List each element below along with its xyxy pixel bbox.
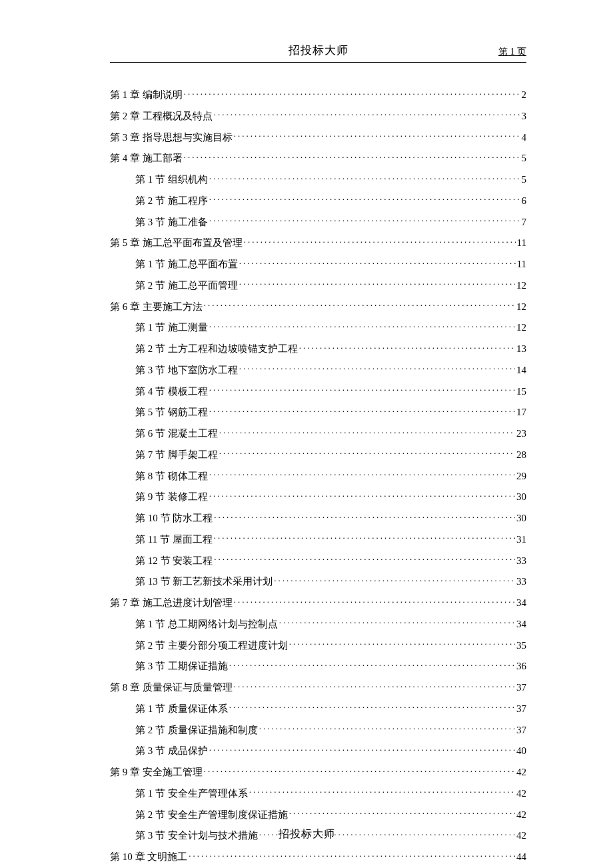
toc-entry-label: 第 6 节 混凝土工程: [135, 425, 218, 442]
toc-entry-label: 第 1 节 安全生产管理体系: [135, 785, 248, 802]
toc-entry-label: 第 8 章 质量保证与质量管理: [110, 679, 233, 696]
toc-leader-dots: [279, 617, 515, 627]
toc-leader-dots: [209, 321, 515, 331]
toc-leader-dots: [209, 469, 515, 479]
toc-entry-page: 37: [516, 701, 526, 717]
toc-entry: 第 4 节 模板工程15: [110, 383, 526, 400]
toc-entry-label: 第 3 章 指导思想与实施目标: [110, 129, 233, 146]
toc-leader-dots: [184, 88, 520, 98]
toc-leader-dots: [299, 342, 515, 352]
toc-entry: 第 11 节 屋面工程31: [110, 531, 526, 548]
toc-entry-page: 33: [516, 553, 526, 569]
toc-entry: 第 1 章 编制说明2: [110, 87, 526, 103]
toc-entry-label: 第 2 节 主要分部分项工程进度计划: [135, 637, 288, 654]
header-title: 招投标大师: [110, 43, 526, 58]
toc-leader-dots: [289, 639, 515, 649]
toc-entry-label: 第 3 节 地下室防水工程: [135, 362, 238, 379]
toc-entry: 第 1 节 安全生产管理体系42: [110, 785, 526, 802]
toc-entry-page: 12: [516, 277, 526, 294]
toc-entry-label: 第 9 节 装修工程: [135, 489, 208, 505]
toc-entry-label: 第 1 节 总工期网络计划与控制点: [135, 616, 278, 633]
toc-entry: 第 10 章 文明施工44: [110, 849, 526, 865]
toc-leader-dots: [229, 659, 515, 669]
toc-entry: 第 7 节 脚手架工程28: [110, 447, 526, 463]
toc-entry: 第 6 章 主要施工方法12: [110, 299, 526, 315]
toc-entry-label: 第 1 章 编制说明: [110, 87, 183, 103]
toc-entry-page: 42: [516, 807, 526, 823]
toc-entry: 第 5 节 钢筋工程17: [110, 404, 526, 421]
toc-entry-label: 第 2 节 安全生产管理制度保证措施: [135, 807, 288, 823]
toc-leader-dots: [209, 744, 515, 754]
toc-entry-page: 37: [516, 679, 526, 696]
toc-entry-page: 15: [516, 383, 526, 400]
toc-entry: 第 3 节 地下室防水工程14: [110, 362, 526, 379]
toc-entry: 第 2 节 施工总平面管理12: [110, 277, 526, 294]
toc-leader-dots: [249, 787, 515, 797]
toc-leader-dots: [184, 151, 520, 161]
toc-entry-page: 44: [516, 849, 526, 865]
toc-entry-page: 34: [516, 595, 526, 611]
page-header: 招投标大师 第 1 页: [110, 0, 526, 63]
toc-entry-page: 11: [517, 256, 526, 273]
toc-leader-dots: [244, 236, 516, 246]
toc-entry: 第 1 节 施工总平面布置11: [110, 256, 526, 273]
toc-entry-page: 17: [516, 404, 526, 421]
toc-entry-label: 第 8 节 砌体工程: [135, 468, 208, 485]
toc-entry-page: 12: [516, 299, 526, 315]
toc-leader-dots: [214, 554, 515, 564]
toc-entry-page: 42: [516, 764, 526, 781]
toc-entry: 第 2 节 土方工程和边坡喷锚支护工程13: [110, 341, 526, 357]
toc-entry-page: 35: [516, 637, 526, 654]
table-of-contents: 第 1 章 编制说明2第 2 章 工程概况及特点3第 3 章 指导思想与实施目标…: [0, 63, 613, 868]
toc-entry-page: 23: [516, 425, 526, 442]
toc-entry: 第 10 节 防水工程30: [110, 510, 526, 527]
toc-entry: 第 2 章 工程概况及特点3: [110, 108, 526, 125]
toc-entry-label: 第 7 章 施工总进度计划管理: [110, 595, 233, 611]
toc-entry: 第 3 节 施工准备7: [110, 214, 526, 231]
toc-entry-label: 第 3 节 施工准备: [135, 214, 208, 231]
toc-entry-page: 5: [522, 171, 527, 188]
toc-leader-dots: [234, 596, 515, 606]
toc-entry: 第 2 节 安全生产管理制度保证措施42: [110, 807, 526, 823]
toc-leader-dots: [219, 427, 515, 437]
toc-entry: 第 2 节 质量保证措施和制度37: [110, 722, 526, 739]
toc-leader-dots: [234, 131, 520, 141]
toc-leader-dots: [234, 681, 515, 691]
toc-entry-label: 第 1 节 质量保证体系: [135, 701, 228, 717]
toc-entry-label: 第 6 章 主要施工方法: [110, 299, 203, 315]
toc-entry-page: 40: [516, 743, 526, 759]
toc-leader-dots: [259, 723, 515, 733]
toc-entry-page: 6: [522, 193, 527, 209]
toc-leader-dots: [204, 300, 515, 310]
toc-leader-dots: [214, 533, 515, 543]
toc-entry-label: 第 1 节 施工测量: [135, 319, 208, 336]
toc-entry-label: 第 1 节 组织机构: [135, 171, 208, 188]
toc-leader-dots: [274, 575, 515, 585]
toc-leader-dots: [229, 702, 515, 712]
toc-entry-label: 第 2 节 土方工程和边坡喷锚支护工程: [135, 341, 298, 357]
toc-entry-page: 4: [522, 129, 527, 146]
toc-entry-page: 3: [522, 108, 527, 125]
toc-entry-page: 12: [516, 319, 526, 336]
toc-entry-label: 第 2 节 质量保证措施和制度: [135, 722, 258, 739]
toc-leader-dots: [209, 194, 520, 204]
toc-entry-page: 14: [516, 362, 526, 379]
toc-entry-page: 2: [522, 87, 527, 103]
toc-entry-page: 5: [522, 150, 527, 167]
toc-leader-dots: [214, 511, 515, 521]
toc-entry-label: 第 2 章 工程概况及特点: [110, 108, 213, 125]
toc-entry-page: 28: [516, 447, 526, 463]
toc-entry-page: 42: [516, 785, 526, 802]
header-page-number: 第 1 页: [498, 46, 526, 58]
toc-leader-dots: [289, 808, 515, 818]
toc-entry-label: 第 4 节 模板工程: [135, 383, 208, 400]
toc-entry-label: 第 10 节 防水工程: [135, 510, 213, 527]
page-footer: 招投标大师: [0, 827, 613, 841]
toc-leader-dots: [209, 173, 520, 183]
toc-leader-dots: [219, 448, 515, 458]
toc-entry-page: 37: [516, 722, 526, 739]
toc-entry-page: 34: [516, 616, 526, 633]
toc-entry-label: 第 5 节 钢筋工程: [135, 404, 208, 421]
toc-entry-page: 30: [516, 510, 526, 527]
toc-leader-dots: [209, 405, 515, 415]
